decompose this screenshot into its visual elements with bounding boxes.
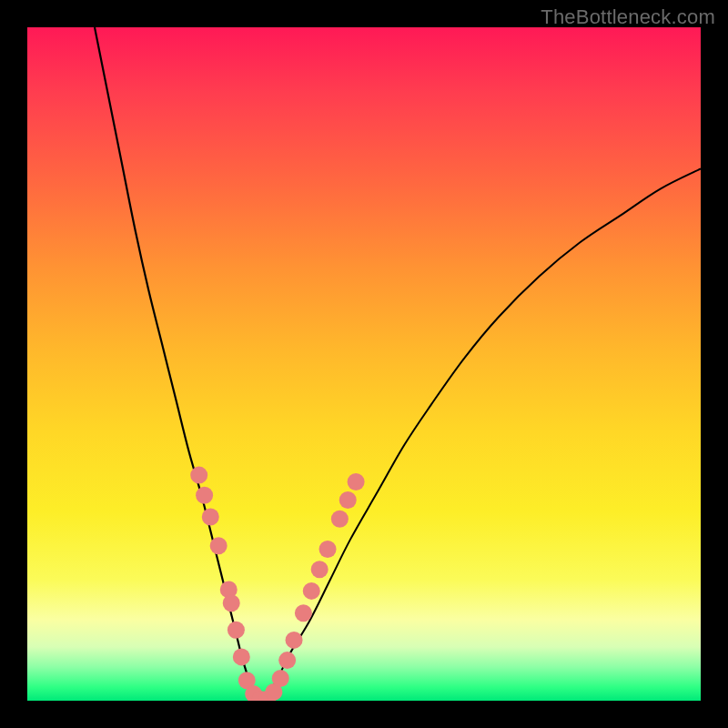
marker-dot [190, 467, 207, 484]
marker-dots [190, 467, 364, 701]
marker-dot [303, 582, 320, 600]
marker-dot [286, 632, 303, 649]
marker-dot [210, 537, 228, 554]
marker-dot [319, 541, 337, 558]
watermark-text: TheBottleneck.com [541, 5, 715, 29]
marker-dot [196, 487, 213, 504]
curve-right-branch [263, 168, 701, 701]
marker-dot [295, 604, 312, 622]
marker-dot [311, 561, 329, 578]
marker-dot [348, 473, 365, 490]
marker-dot [202, 508, 219, 525]
marker-dot [233, 648, 250, 665]
bottleneck-curve [27, 27, 701, 701]
marker-dot [272, 670, 289, 687]
marker-dot [339, 491, 357, 509]
marker-dot [223, 594, 240, 612]
marker-dot [331, 511, 349, 528]
marker-dot [228, 622, 245, 639]
marker-dot [278, 652, 296, 669]
plot-area [27, 27, 701, 701]
